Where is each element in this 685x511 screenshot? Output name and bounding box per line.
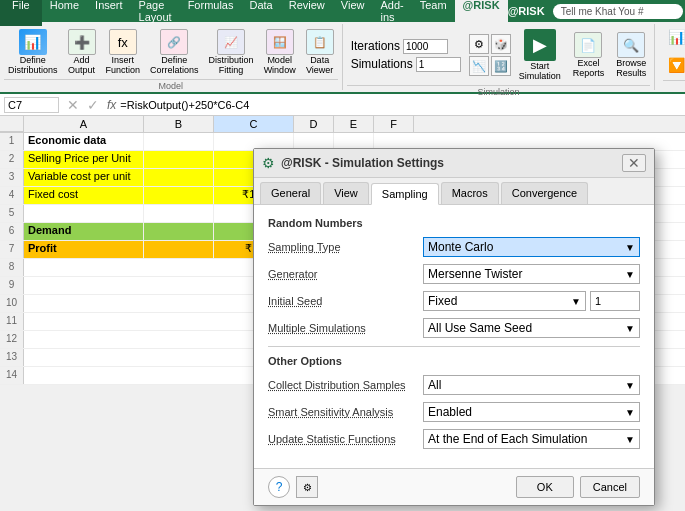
dialog-close-btn[interactable]: ✕ <box>622 154 646 172</box>
data-viewer-btn[interactable]: 📋 DataViewer <box>302 26 338 79</box>
dialog-tab-view[interactable]: View <box>323 182 369 204</box>
model-group-label: Model <box>4 79 338 91</box>
summary-btn[interactable]: 📊 Summary <box>663 26 685 48</box>
cell-b5[interactable] <box>144 205 214 222</box>
row-num: 6 <box>0 223 24 240</box>
insert-function-label: InsertFunction <box>106 56 141 76</box>
excel-reports-btn[interactable]: 📄 ExcelReports <box>569 29 609 82</box>
add-output-label: AddOutput <box>68 56 95 76</box>
define-distributions-btn[interactable]: 📊 DefineDistributions <box>4 26 62 79</box>
cell-b1[interactable] <box>144 133 214 150</box>
define-filters-btn[interactable]: 🔽 Define Filters <box>663 50 685 80</box>
addins-tab[interactable]: Add-ins <box>372 0 411 26</box>
page-layout-tab[interactable]: Page Layout <box>131 0 180 26</box>
file-tab[interactable]: File <box>0 0 42 26</box>
col-header-b: B <box>144 116 214 132</box>
insert-tab[interactable]: Insert <box>87 0 131 26</box>
iterations-label: Iterations <box>351 39 400 53</box>
start-simulation-btn[interactable]: ▶ StartSimulation <box>515 26 565 85</box>
define-correlations-label: DefineCorrelations <box>150 56 199 76</box>
row-num: 5 <box>0 205 24 222</box>
cell-a4[interactable]: Fixed cost <box>24 187 144 204</box>
dialog-tab-general[interactable]: General <box>260 182 321 204</box>
data-viewer-label: DataViewer <box>306 56 333 76</box>
row-num: 4 <box>0 187 24 204</box>
cell-a3[interactable]: Variable cost per unit <box>24 169 144 186</box>
col-header-c: C <box>214 116 294 132</box>
cell-a6[interactable]: Demand <box>24 223 144 240</box>
sampling-type-select[interactable]: Monte Carlo ▼ <box>423 237 640 257</box>
define-distributions-label: DefineDistributions <box>8 56 58 76</box>
formula-bar-check: ✓ <box>87 97 99 113</box>
settings-icon-btn3[interactable]: 📉 <box>469 56 489 76</box>
simulations-input[interactable] <box>416 57 461 72</box>
row-num: 3 <box>0 169 24 186</box>
settings-icon-btn2[interactable]: 🎲 <box>491 34 511 54</box>
other-options-title: Other Options <box>268 355 640 367</box>
dialog-extra-btn[interactable]: ⚙ <box>296 476 318 498</box>
generator-label: Generator <box>268 268 423 280</box>
multiple-sims-label: Multiple Simulations <box>268 322 423 334</box>
dialog-tab-macros[interactable]: Macros <box>441 182 499 204</box>
update-stat-label: Update Statistic Functions <box>268 433 423 445</box>
simulations-label: Simulations <box>351 57 413 71</box>
formulas-tab[interactable]: Formulas <box>180 0 242 26</box>
multiple-sims-select[interactable]: All Use Same Seed ▼ <box>423 318 640 338</box>
settings-icon-btn4[interactable]: 🔢 <box>491 56 511 76</box>
cell-b4[interactable] <box>144 187 214 204</box>
initial-seed-select[interactable]: Fixed ▼ <box>423 291 586 311</box>
dialog-ok-btn[interactable]: OK <box>516 476 574 498</box>
cell-b2[interactable] <box>144 151 214 168</box>
view-tab[interactable]: View <box>333 0 373 26</box>
update-stat-select[interactable]: At the End of Each Simulation ▼ <box>423 429 640 449</box>
col-header-f: F <box>374 116 414 132</box>
generator-select[interactable]: Mersenne Twister ▼ <box>423 264 640 284</box>
initial-seed-label: Initial Seed <box>268 295 423 307</box>
cell-a2[interactable]: Selling Price per Unit <box>24 151 144 168</box>
data-tab[interactable]: Data <box>241 0 280 26</box>
dialog-tab-convergence[interactable]: Convergence <box>501 182 588 204</box>
simulation-settings-dialog: ⚙ @RISK - Simulation Settings ✕ General … <box>253 148 655 506</box>
results-group: 📊 Summary 🔽 Define Filters Results <box>655 24 685 90</box>
distribution-fitting-btn[interactable]: 📈 DistributionFitting <box>205 26 258 79</box>
start-sim-label: StartSimulation <box>519 62 561 82</box>
distribution-fitting-label: DistributionFitting <box>209 56 254 76</box>
home-tab[interactable]: Home <box>42 0 87 26</box>
add-output-btn[interactable]: ➕ AddOutput <box>64 26 100 79</box>
simulation-group: Iterations Simulations ⚙ 🎲 📉 <box>343 24 656 90</box>
browse-results-btn[interactable]: 🔍 BrowseResults <box>612 29 650 82</box>
settings-icon-btn[interactable]: ⚙ <box>469 34 489 54</box>
iterations-input[interactable] <box>403 39 448 54</box>
insert-function-btn[interactable]: fx InsertFunction <box>102 26 145 79</box>
team-tab[interactable]: Team <box>412 0 455 26</box>
cell-a7[interactable]: Profit <box>24 241 144 258</box>
random-numbers-section: Random Numbers Sampling Type Monte Carlo… <box>268 217 640 338</box>
model-window-btn[interactable]: 🪟 ModelWindow <box>260 26 300 79</box>
row-num: 1 <box>0 133 24 150</box>
col-header-e: E <box>334 116 374 132</box>
search-box[interactable]: Tell me Khat You # <box>553 4 683 19</box>
collect-dist-select[interactable]: All ▼ <box>423 375 640 395</box>
cell-b3[interactable] <box>144 169 214 186</box>
cell-a5[interactable] <box>24 205 144 222</box>
dialog-cancel-btn[interactable]: Cancel <box>580 476 640 498</box>
cell-b6[interactable] <box>144 223 214 240</box>
row-num: 2 <box>0 151 24 168</box>
cell-a1[interactable]: Economic data <box>24 133 144 150</box>
smart-sensitivity-select[interactable]: Enabled ▼ <box>423 402 640 422</box>
excel-reports-label: ExcelReports <box>573 59 605 79</box>
dialog-help-btn[interactable]: ? <box>268 476 290 498</box>
atrisk-brand: @RISK <box>508 5 545 17</box>
define-correlations-btn[interactable]: 🔗 DefineCorrelations <box>146 26 203 79</box>
atrisk-tab[interactable]: @RISK <box>455 0 508 26</box>
browse-results-label: BrowseResults <box>616 59 646 79</box>
dialog-tab-sampling[interactable]: Sampling <box>371 183 439 205</box>
initial-seed-input[interactable] <box>590 291 640 311</box>
review-tab[interactable]: Review <box>281 0 333 26</box>
cell-reference[interactable] <box>4 97 59 113</box>
smart-sensitivity-label: Smart Sensitivity Analysis <box>268 406 423 418</box>
cell-b7[interactable] <box>144 241 214 258</box>
simulation-group-label: Simulation <box>347 85 651 97</box>
formula-input[interactable] <box>120 99 681 111</box>
row-num: 7 <box>0 241 24 258</box>
